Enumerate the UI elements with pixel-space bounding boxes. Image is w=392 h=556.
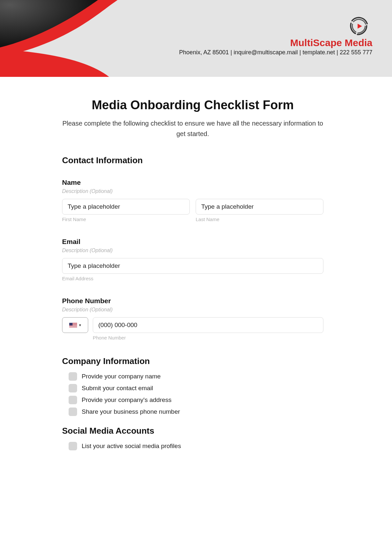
list-item: List your active social media profiles [69, 442, 323, 450]
phone-description: Description (Optional) [62, 307, 323, 313]
checkbox[interactable] [69, 408, 77, 416]
section-social-title: Social Media Accounts [62, 426, 323, 436]
brand-contact: Phoenix, AZ 85001 | inquire@multiscape.m… [179, 49, 372, 56]
company-checklist: Provide your company name Submit your co… [62, 372, 323, 416]
check-label: Provide your company name [82, 373, 161, 380]
email-label: Email [62, 238, 323, 246]
check-label: Submit your contact email [82, 385, 153, 392]
checkbox[interactable] [69, 396, 77, 404]
brand-name: MultiScape Media [179, 37, 372, 48]
check-label: Share your business phone number [82, 408, 180, 415]
field-phone: Phone Number Description (Optional) ▾ Ph… [62, 297, 323, 340]
social-checklist: List your active social media profiles [62, 442, 323, 450]
email-input[interactable] [62, 258, 323, 274]
email-sublabel: Email Address [62, 276, 323, 281]
first-name-input[interactable] [62, 199, 190, 215]
checkbox[interactable] [69, 384, 77, 392]
brand-block: MultiScape Media Phoenix, AZ 85001 | inq… [179, 16, 372, 56]
last-name-input[interactable] [196, 199, 323, 215]
header-banner: MultiScape Media Phoenix, AZ 85001 | inq… [0, 0, 392, 77]
phone-input[interactable] [93, 317, 323, 333]
name-label: Name [62, 179, 323, 186]
section-company-title: Company Information [62, 356, 323, 366]
check-label: List your active social media profiles [82, 443, 181, 450]
list-item: Submit your contact email [69, 384, 323, 392]
field-name: Name Description (Optional) First Name L… [62, 179, 323, 222]
phone-label: Phone Number [62, 297, 323, 305]
chevron-down-icon: ▾ [79, 323, 81, 327]
first-name-sublabel: First Name [62, 217, 190, 222]
list-item: Provide your company name [69, 372, 323, 381]
checkbox[interactable] [69, 372, 77, 381]
name-description: Description (Optional) [62, 188, 323, 194]
phone-sublabel: Phone Number [93, 335, 323, 340]
brand-logo-icon [346, 16, 372, 36]
field-email: Email Description (Optional) Email Addre… [62, 238, 323, 281]
country-code-select[interactable]: ▾ [62, 317, 88, 333]
svg-marker-0 [358, 24, 362, 29]
list-item: Provide your company's address [69, 396, 323, 404]
us-flag-icon [69, 323, 77, 328]
list-item: Share your business phone number [69, 408, 323, 416]
section-contact-title: Contact Information [62, 155, 323, 165]
form-title: Media Onboarding Checklist Form [62, 98, 323, 112]
checkbox[interactable] [69, 442, 77, 450]
decor-swoosh [0, 0, 170, 77]
email-description: Description (Optional) [62, 248, 323, 253]
last-name-sublabel: Last Name [196, 217, 323, 222]
check-label: Provide your company's address [82, 396, 172, 404]
form-intro: Please complete the following checklist … [62, 118, 323, 139]
form-container: Media Onboarding Checklist Form Please c… [62, 98, 330, 450]
